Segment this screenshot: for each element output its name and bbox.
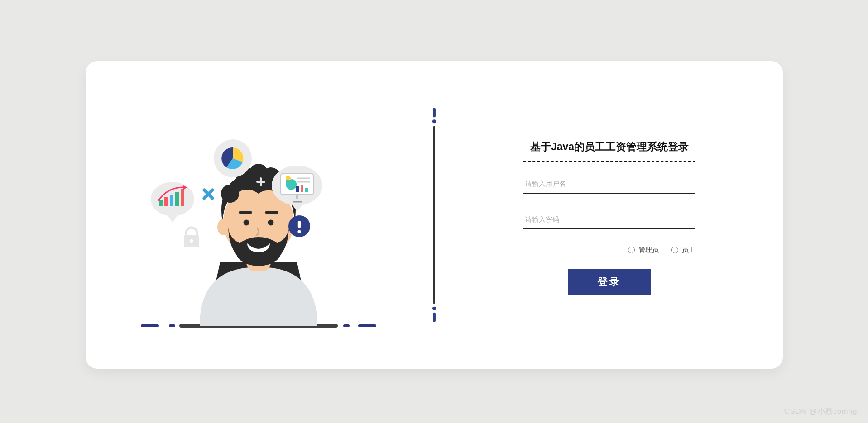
login-form-panel: 基于Java的员工工资管理系统登录 管理员 员工 登录 (436, 61, 782, 369)
svg-rect-33 (175, 192, 179, 206)
svg-point-12 (249, 164, 268, 182)
svg-point-18 (244, 220, 249, 226)
username-input[interactable] (523, 174, 695, 194)
radio-icon (671, 247, 678, 253)
illustration-panel (86, 61, 432, 369)
svg-rect-16 (239, 211, 252, 214)
panel-divider (432, 61, 436, 369)
illustration-image (129, 95, 388, 335)
svg-rect-17 (265, 211, 278, 214)
password-input[interactable] (523, 210, 695, 229)
svg-point-21 (190, 239, 193, 243)
watermark-text: CSDN @小蔡coding (784, 406, 857, 417)
role-options: 管理员 员工 (523, 246, 695, 254)
svg-rect-44 (305, 188, 308, 192)
svg-rect-42 (296, 186, 299, 192)
radio-icon (628, 247, 635, 253)
role-option-admin[interactable]: 管理员 (628, 246, 659, 254)
svg-rect-31 (164, 197, 168, 206)
svg-point-8 (221, 185, 239, 203)
login-card: 基于Java的员工工资管理系统登录 管理员 员工 登录 (86, 61, 783, 369)
svg-point-48 (432, 307, 436, 310)
svg-point-19 (268, 220, 274, 226)
role-label: 管理员 (638, 246, 659, 254)
svg-point-46 (432, 119, 436, 123)
role-label: 员工 (682, 246, 695, 254)
svg-rect-30 (159, 200, 163, 206)
svg-rect-34 (181, 189, 184, 206)
svg-rect-43 (301, 185, 303, 192)
login-title: 基于Java的员工工资管理系统登录 (523, 135, 695, 162)
svg-point-13 (217, 219, 229, 235)
login-button[interactable]: 登录 (568, 269, 651, 295)
svg-point-28 (297, 230, 301, 233)
role-option-employee[interactable]: 员工 (671, 246, 695, 254)
svg-rect-27 (298, 221, 301, 228)
login-form: 基于Java的员工工资管理系统登录 管理员 员工 登录 (523, 135, 695, 295)
svg-rect-32 (170, 195, 173, 206)
